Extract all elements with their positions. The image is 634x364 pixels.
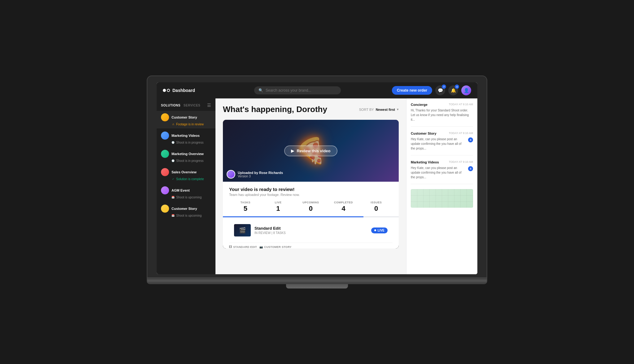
uploader-avatar — [227, 170, 235, 179]
tab-solutions[interactable]: SOLUTIONS — [161, 104, 180, 107]
sidebar-item-header: Marketing Videos — [161, 132, 211, 140]
order-tag-2: 📷 CUSTOMER STORY — [259, 245, 292, 249]
stats-section: Your video is ready to review! Team has … — [223, 182, 399, 249]
main-layout: SOLUTIONS SERVICES ☰ Customer Story ⚠ — [157, 98, 477, 274]
laptop-stand — [286, 284, 348, 288]
stat-upcoming-label: UPCOMING — [294, 201, 327, 204]
msg-unread-mv: Hey Kate, can you please post an update … — [411, 166, 473, 180]
sidebar-item-name: AGM Event — [172, 188, 190, 192]
sidebar-item-name: Marketing Overview — [172, 152, 204, 156]
play-label: Review this video — [297, 149, 330, 153]
status-icon-calendar: 📅 — [172, 196, 175, 199]
stat-upcoming-value: 0 — [294, 205, 327, 213]
sidebar-item-customer-story-1[interactable]: Customer Story ⚠ Footage is in review — [157, 111, 215, 128]
app-screen: Dashboard 🔍 Create new order 💬 7 � — [157, 82, 477, 274]
laptop-base — [147, 278, 487, 284]
sort-label: SORT BY — [359, 108, 374, 111]
search-icon: 🔍 — [258, 88, 263, 93]
filter-icon[interactable]: ☰ — [207, 103, 211, 108]
msg-time-mv: TODAY AT 9:10 AM — [449, 160, 473, 163]
msg-time-concierge: TODAY AT 9:10 AM — [449, 103, 473, 106]
status-text-complete: Solution is complete — [176, 177, 204, 181]
sidebar-item-marketing-videos[interactable]: Marketing Videos 🕐 Shoot is in progress — [157, 129, 215, 147]
chevron-down-icon: ▾ — [397, 107, 399, 111]
sidebar-item-status: ✓ Solution is complete — [161, 177, 211, 181]
ready-message: Your video is ready to review! — [229, 187, 393, 192]
search-input[interactable] — [266, 88, 337, 93]
logo-circle-1 — [163, 89, 166, 92]
message-concierge[interactable]: Concierge TODAY AT 9:10 AM Hi, Thanks fo… — [411, 103, 473, 127]
sidebar-item-name: Sales Overview — [172, 170, 197, 174]
order-tag-1: 🎞 STANDARD EDIT — [229, 245, 257, 249]
sidebar-item-status: 📅 Shoot is upcoming — [161, 214, 211, 217]
progress-bar — [223, 216, 399, 217]
msg-body-cs: Hey Kate, can you please post an update … — [411, 137, 466, 151]
stat-issues-value: 0 — [360, 205, 393, 213]
sidebar-avatar-so — [161, 168, 169, 176]
stat-issues: ISSUES 0 — [360, 201, 393, 213]
sidebar-item-header: Customer Story — [161, 205, 211, 213]
top-bar: Dashboard 🔍 Create new order 💬 7 � — [157, 82, 477, 98]
uploader-info: Uploaded by Rose Richards Version 3 — [238, 171, 283, 178]
content-area: What's happening, Dorothy SORT BY Newest… — [215, 98, 406, 274]
sidebar-item-agm-event[interactable]: AGM Event 📅 Shoot is upcoming — [157, 184, 215, 202]
sidebar-item-status: 🕐 Shoot is in progress — [161, 159, 211, 162]
sidebar-item-status: 📅 Shoot is upcoming — [161, 196, 211, 199]
video-thumbnail: 🍕 ▶ Review this video — [223, 120, 399, 182]
sidebar-item-marketing-overview[interactable]: Marketing Overview 🕐 Shoot is in progres… — [157, 147, 215, 165]
status-icon-calendar2: 📅 — [172, 214, 175, 217]
right-panel: Concierge TODAY AT 9:10 AM Hi, Thanks fo… — [406, 98, 477, 274]
notification-badge: 4 — [455, 84, 459, 89]
live-indicator — [374, 229, 376, 231]
msg-body-concierge: Hi, Thanks for your Standard Shoot order… — [411, 108, 473, 122]
sidebar-item-sales-overview[interactable]: Sales Overview ✓ Solution is complete — [157, 166, 215, 183]
progress-fill — [223, 216, 363, 217]
create-order-button[interactable]: Create new order — [392, 86, 432, 95]
messages-button[interactable]: 💬 7 — [435, 85, 445, 95]
sidebar-tabs: SOLUTIONS SERVICES — [161, 104, 200, 107]
status-icon-review: ⚠ — [172, 123, 175, 126]
search-wrapper[interactable]: 🔍 — [254, 86, 341, 94]
sidebar-avatar-agm — [161, 186, 169, 194]
sidebar-item-name: Marketing Videos — [172, 134, 200, 137]
stat-live-value: 1 — [262, 205, 295, 213]
video-card: 🍕 ▶ Review this video — [223, 120, 399, 249]
play-button[interactable]: ▶ Review this video — [284, 145, 337, 156]
sidebar-item-name: Customer Story — [172, 115, 197, 119]
status-text-progress: Shoot is in progress — [176, 141, 203, 144]
order-meta: IN REVIEW | 8 TASKS — [254, 231, 367, 235]
sidebar-item-header: Marketing Overview — [161, 150, 211, 158]
stats-row: TASKS 5 LIVE 1 UPCOMING — [229, 201, 393, 213]
message-marketing-videos[interactable]: Marketing Videos TODAY AT 9:10 AM Hey Ka… — [411, 160, 473, 184]
message-customer-story[interactable]: Customer Story TODAY AT 9:10 AM Hey Kate… — [411, 132, 473, 155]
message-badge: 7 — [442, 84, 446, 89]
user-avatar[interactable]: 👤 — [461, 85, 471, 95]
notifications-button[interactable]: 🔔 4 — [448, 85, 458, 95]
stat-tasks: TASKS 5 — [229, 201, 262, 213]
stat-tasks-label: TASKS — [229, 201, 262, 204]
sidebar-avatar-cs1 — [161, 113, 169, 121]
film-icon: 🎞 — [229, 245, 232, 249]
unread-badge-mv: 4 — [468, 166, 473, 171]
sidebar-item-customer-story-2[interactable]: Customer Story 📅 Shoot is upcoming — [157, 202, 215, 220]
order-card[interactable]: 🎬 Standard Edit IN REVIEW | 8 TASKS LIVE — [229, 220, 393, 240]
logo-circle-2 — [167, 89, 170, 92]
msg-header-mv: Marketing Videos TODAY AT 9:10 AM — [411, 160, 473, 164]
order-title: Standard Edit — [254, 226, 367, 231]
stat-tasks-value: 5 — [229, 205, 262, 213]
sidebar-item-header: Customer Story — [161, 113, 211, 121]
tag-2-label: CUSTOMER STORY — [264, 245, 292, 249]
uploader-name-value: Rose Richards — [259, 171, 283, 175]
sidebar-item-name: Customer Story — [172, 207, 197, 210]
top-bar-actions: Create new order 💬 7 🔔 4 👤 — [392, 85, 471, 95]
msg-sender-mv: Marketing Videos — [411, 160, 439, 164]
sidebar-item-status: 🕐 Shoot is in progress — [161, 141, 211, 144]
msg-sender-concierge: Concierge — [411, 103, 428, 106]
stat-live: LIVE 1 — [262, 201, 295, 213]
tab-services[interactable]: SERVICES — [184, 104, 200, 107]
sort-control[interactable]: SORT BY Newest first ▾ — [359, 107, 399, 111]
status-icon-progress2: 🕐 — [172, 159, 175, 162]
uploaded-by-label: Uploaded by — [238, 171, 259, 175]
unread-badge-cs: 4 — [468, 137, 473, 142]
play-icon: ▶ — [291, 149, 294, 153]
